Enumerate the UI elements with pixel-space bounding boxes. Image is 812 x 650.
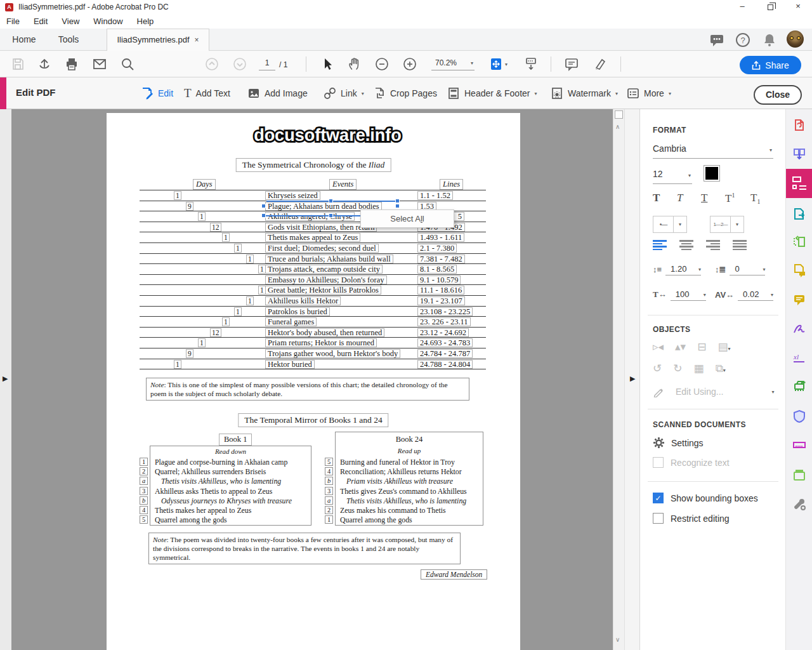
protect-icon[interactable] (792, 409, 806, 423)
watermark-button[interactable]: Watermark▾ (551, 84, 618, 102)
book24-row[interactable]: a Thetis visits Akhilleus, who is lament… (336, 496, 483, 506)
crop-pages-button[interactable]: Crop Pages (373, 84, 437, 102)
feedback-icon[interactable] (709, 32, 725, 48)
fit-page-icon[interactable] (488, 56, 504, 72)
organize-pages-icon[interactable] (792, 235, 806, 249)
day-cell[interactable]: 12 (210, 223, 221, 232)
day-cell[interactable]: 1 (222, 233, 230, 242)
numbered-list-button[interactable]: 1— 2—▾ (710, 216, 744, 233)
font-family-select[interactable]: Cambria▾ (653, 143, 773, 159)
selection-handle[interactable] (261, 213, 266, 218)
event-cell[interactable]: Trojans gather wood, burn Hektor's body (265, 349, 400, 358)
tab-document[interactable]: IliadSymmetries.pdf× (107, 29, 209, 51)
arrange-objects-icon[interactable]: ⧉▾ (716, 362, 726, 375)
archive-icon[interactable] (792, 468, 806, 482)
measure-icon[interactable] (792, 438, 806, 452)
align-justify-button[interactable] (733, 240, 747, 250)
day-cell[interactable]: 1 (258, 265, 266, 274)
book1-row[interactable]: 5 Quarrel among the gods (150, 515, 311, 525)
restrict-editing-checkbox[interactable] (653, 513, 664, 524)
book1-row[interactable]: 3 Akhilleus asks Thetis to appeal to Zeu… (150, 487, 311, 496)
selection-handle[interactable] (329, 213, 333, 218)
align-objects-icon[interactable]: ▤▾ (717, 340, 730, 354)
restore-button[interactable] (756, 0, 784, 14)
select-tool-icon[interactable] (320, 56, 335, 72)
event-cell[interactable]: Embassy to Akhilleus; Dolon's foray (265, 275, 387, 284)
book24-row[interactable]: 4 Reconciliation; Akhilleus returns Hekt… (336, 467, 483, 477)
bold-button[interactable]: T (653, 192, 660, 204)
book1-row[interactable]: b Odysseus journeys to Khryses with trea… (150, 496, 311, 506)
lines-cell[interactable]: 1.1 - 1.52 (417, 191, 453, 200)
day-cell[interactable]: 9 (186, 349, 193, 358)
book24-row[interactable]: 2 Zeus makes his command to Thetis (336, 506, 483, 515)
lines-cell[interactable]: 23.12 - 24.692 (417, 328, 469, 337)
char-spacing-control[interactable]: AV↔ 0.02▾ (715, 288, 773, 301)
day-cell[interactable]: 1 (234, 244, 242, 253)
recognize-text-checkbox[interactable] (653, 457, 664, 468)
lines-cell[interactable]: 23. 226 - 23.11 (417, 317, 471, 326)
selection-handle[interactable] (329, 199, 333, 203)
lines-cell[interactable]: 11.1 - 18.616 (417, 286, 464, 295)
day-cell[interactable]: 1 (246, 296, 254, 305)
lines-cell[interactable]: 2.1 - 7.380 (417, 244, 457, 253)
lines-cell[interactable]: 8.1 - 8.565 (417, 265, 457, 274)
lines-cell[interactable]: 23.108 - 23.225 (417, 307, 473, 316)
scroll-down-icon[interactable]: ∨ (615, 636, 620, 643)
align-center-button[interactable] (679, 240, 693, 250)
minimize-button[interactable]: – (728, 0, 756, 14)
menu-view[interactable]: View (62, 17, 79, 26)
edit-using-button[interactable]: Edit Using... ▾ (653, 386, 775, 397)
horizontal-scale-control[interactable]: T↔ 100▾ (653, 288, 706, 301)
lines-cell[interactable]: 9.1 - 10.579 (417, 275, 461, 284)
tab-home[interactable]: Home (6, 29, 42, 51)
zoom-out-icon[interactable] (374, 56, 390, 72)
add-image-button[interactable]: Add Image (247, 84, 308, 102)
day-cell[interactable]: 1 (222, 317, 230, 326)
paragraph-spacing-control[interactable]: ↕≣ 0▾ (715, 263, 765, 275)
edit-scan-icon[interactable] (792, 263, 806, 277)
more-button[interactable]: More▾ (627, 84, 671, 102)
day-cell[interactable]: 1 (198, 212, 206, 221)
scan-ocr-icon[interactable] (792, 380, 806, 394)
align-right-button[interactable] (706, 240, 720, 250)
close-tool-button[interactable]: Close (754, 85, 802, 105)
chart-title[interactable]: The Symmetrical Chronology of the Iliad (236, 158, 391, 172)
flip-horizontal-icon[interactable]: ▹◂ (653, 340, 664, 354)
event-cell[interactable]: Trojans attack, encamp outside city (265, 265, 383, 274)
book1-row[interactable]: 1 Plague and corpse-burning in Akhaian c… (150, 458, 311, 467)
align-left-button[interactable] (653, 240, 667, 250)
event-cell[interactable]: Thetis makes appeal to Zeus (265, 233, 360, 242)
show-bounding-boxes-checkbox[interactable]: ✓ (653, 493, 664, 503)
note-2[interactable]: Note: The poem was divided into twenty-f… (148, 533, 461, 564)
event-cell[interactable]: First duel; Diomedes; second duel (265, 244, 379, 253)
context-menu[interactable]: Select All (360, 209, 454, 228)
book24-table[interactable]: Book 24 Read up 5 Burning and funeral of… (335, 432, 483, 526)
italic-button[interactable]: T (677, 192, 683, 204)
day-cell[interactable]: 9 (186, 202, 193, 211)
book1-row[interactable]: 2 Quarrel; Akhilleus surrenders Briseis (150, 467, 311, 477)
book1-table[interactable]: Read down 1 Plague and corpse-burning in… (150, 446, 311, 526)
request-signatures-icon[interactable]: xl (792, 351, 806, 365)
close-window-button[interactable]: × (784, 0, 812, 14)
scroll-up-icon[interactable]: ∧ (615, 123, 620, 130)
notifications-icon[interactable] (761, 32, 778, 48)
note-1[interactable]: Note: This is one of the simplest of man… (146, 378, 469, 401)
menu-window[interactable]: Window (93, 17, 122, 26)
day-cell[interactable]: 12 (210, 328, 221, 337)
vertical-scrollbar[interactable]: ∧ ∨ (613, 109, 625, 650)
user-avatar[interactable] (787, 30, 804, 48)
author-signature[interactable]: Edward Mendelson (421, 569, 487, 580)
bullet-list-button[interactable]: •—▾ (653, 216, 687, 233)
day-cell[interactable]: 1 (198, 338, 206, 347)
mirror-title[interactable]: The Temporal Mirror of Books 1 and 24 (238, 413, 388, 427)
fit-page-caret-icon[interactable]: ▾ (505, 62, 508, 67)
column-header-lines[interactable]: Lines (440, 179, 463, 190)
create-pdf-icon[interactable] (792, 118, 806, 132)
lines-cell[interactable]: 1.493 - 1.611 (417, 233, 464, 242)
book1-label[interactable]: Book 1 (219, 434, 252, 446)
scrollbar-thumb[interactable] (615, 110, 623, 119)
selection-handle[interactable] (261, 204, 266, 208)
save-icon[interactable] (10, 56, 25, 72)
link-button[interactable]: Link▾ (324, 84, 364, 102)
selection-handle[interactable] (395, 204, 400, 208)
